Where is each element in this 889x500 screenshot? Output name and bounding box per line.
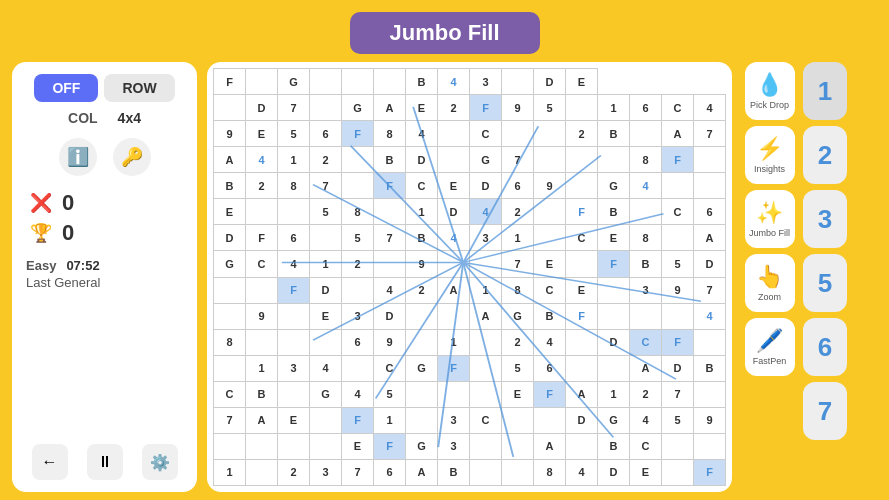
number-3-button[interactable]: 3 — [803, 190, 847, 248]
main-content: OFF ROW COL 4x4 ℹ️ 🔑 ❌ 0 🏆 0 Easy 07:52 — [0, 62, 889, 492]
table-row: B287FCED69G4 — [214, 173, 726, 199]
time-display: 07:52 — [66, 258, 99, 273]
pick-drop-label: Pick Drop — [750, 100, 789, 110]
number-5-button[interactable]: 5 — [803, 254, 847, 312]
zoom-button[interactable]: 👆 Zoom — [745, 254, 795, 312]
number-2-button[interactable]: 2 — [803, 126, 847, 184]
table-row: 7AEF13CDG459 — [214, 407, 726, 433]
table-row: A412BDG78F — [214, 147, 726, 173]
general-label: Last General — [26, 273, 183, 291]
jumbo-fill-button[interactable]: ✨ Jumbo Fill — [745, 190, 795, 248]
col-label: COL — [68, 110, 98, 126]
settings-button[interactable]: ⚙️ — [142, 444, 178, 480]
error-icon: ❌ — [30, 192, 52, 214]
error-row: ❌ 0 — [30, 190, 179, 216]
general-text: Last General — [26, 275, 100, 290]
grid-wrapper: FGB43DE D7GAE2F9516C4 9E56F84C2BA7 A412B… — [213, 68, 726, 486]
title-bar: Jumbo Fill — [0, 0, 889, 62]
info-button[interactable]: ℹ️ — [59, 138, 97, 176]
table-row: GC41297EFB5D — [214, 251, 726, 277]
icon-row: ℹ️ 🔑 — [22, 134, 187, 180]
app-title: Jumbo Fill — [350, 12, 540, 54]
score-row: 🏆 0 — [30, 220, 179, 246]
table-row: 869124DCF — [214, 329, 726, 355]
meta-section: Easy 07:52 Last General — [22, 256, 187, 293]
zoom-label: Zoom — [758, 292, 781, 302]
table-row: FD42A18CE397 — [214, 277, 726, 303]
grid-container: FGB43DE D7GAE2F9516C4 9E56F84C2BA7 A412B… — [207, 62, 732, 492]
table-row: DF657B431CE8A — [214, 225, 726, 251]
table-row: 9E56F84C2BA7 — [214, 121, 726, 147]
pick-drop-button[interactable]: 💧 Pick Drop — [745, 62, 795, 120]
fastpen-button[interactable]: 🖊️ FastPen — [745, 318, 795, 376]
insights-button[interactable]: ⚡ Insights — [745, 126, 795, 184]
difficulty-label: Easy — [26, 258, 56, 273]
table-row: FGB43DE — [214, 69, 726, 95]
toggle-row: OFF ROW — [22, 74, 187, 102]
row-button[interactable]: ROW — [104, 74, 174, 102]
right-numbers: 1 2 3 5 6 7 — [803, 62, 847, 492]
pick-drop-icon: 💧 — [756, 72, 783, 98]
number-6-button[interactable]: 6 — [803, 318, 847, 376]
back-button[interactable]: ← — [32, 444, 68, 480]
number-1-button[interactable]: 1 — [803, 62, 847, 120]
left-panel: OFF ROW COL 4x4 ℹ️ 🔑 ❌ 0 🏆 0 Easy 07:52 — [12, 62, 197, 492]
table-row: CBG45EFA127 — [214, 381, 726, 407]
fastpen-icon: 🖊️ — [756, 328, 783, 354]
trophy-icon: 🏆 — [30, 222, 52, 244]
error-count: 0 — [62, 190, 74, 216]
score-section: ❌ 0 🏆 0 — [22, 188, 187, 248]
col-value: 4x4 — [118, 110, 141, 126]
insights-icon: ⚡ — [756, 136, 783, 162]
right-icons: 💧 Pick Drop ⚡ Insights ✨ Jumbo Fill 👆 Zo… — [742, 62, 797, 492]
table-row: 12376AB84DEF — [214, 459, 726, 485]
right-panel: 💧 Pick Drop ⚡ Insights ✨ Jumbo Fill 👆 Zo… — [742, 62, 877, 492]
number-7-button[interactable]: 7 — [803, 382, 847, 440]
meta-row1: Easy 07:52 — [26, 258, 183, 273]
fastpen-label: FastPen — [753, 356, 787, 366]
pause-button[interactable]: ⏸ — [87, 444, 123, 480]
score-count: 0 — [62, 220, 74, 246]
table-row: 134CGF56ADB — [214, 355, 726, 381]
bottom-controls: ← ⏸ ⚙️ — [22, 438, 187, 480]
table-row: 9E3DAGBF4 — [214, 303, 726, 329]
zoom-icon: 👆 — [756, 264, 783, 290]
table-row: E581D42FBC6 — [214, 199, 726, 225]
off-button[interactable]: OFF — [34, 74, 98, 102]
col-row: COL 4x4 — [22, 110, 187, 126]
insights-label: Insights — [754, 164, 785, 174]
jumbo-fill-label: Jumbo Fill — [749, 228, 790, 238]
table-row: EFG3ABC — [214, 433, 726, 459]
puzzle-grid: FGB43DE D7GAE2F9516C4 9E56F84C2BA7 A412B… — [213, 68, 726, 486]
key-button[interactable]: 🔑 — [113, 138, 151, 176]
jumbo-fill-icon: ✨ — [756, 200, 783, 226]
table-row: D7GAE2F9516C4 — [214, 95, 726, 121]
